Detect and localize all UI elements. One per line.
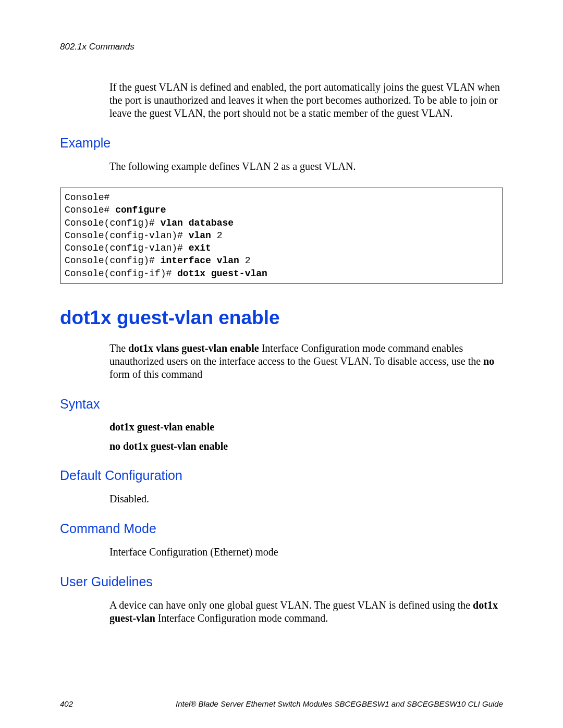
page-footer: 402 Intel® Blade Server Ethernet Switch … <box>60 699 503 708</box>
code-example-box: Console# Console# configure Console(conf… <box>60 188 503 283</box>
heading-user-guidelines: User Guidelines <box>60 574 503 589</box>
footer-title: Intel® Blade Server Ethernet Switch Modu… <box>176 699 503 708</box>
code-line: Console# configure <box>65 204 498 216</box>
intro-paragraph: If the guest VLAN is defined and enabled… <box>109 81 503 120</box>
default-config-text: Disabled. <box>109 492 503 505</box>
syntax-block: dot1x guest-vlan enable no dot1x guest-v… <box>109 421 503 452</box>
heading-syntax: Syntax <box>60 397 503 412</box>
page-number: 402 <box>60 699 73 708</box>
heading-command-title: dot1x guest-vlan enable <box>60 307 503 329</box>
code-line: Console(config-vlan)# exit <box>65 242 498 254</box>
code-line: Console(config-if)# dot1x guest-vlan <box>65 267 498 280</box>
running-header: 802.1x Commands <box>60 42 503 52</box>
page: 802.1x Commands If the guest VLAN is def… <box>0 0 563 728</box>
syntax-line: dot1x guest-vlan enable <box>109 421 503 433</box>
code-line: Console# <box>65 191 498 204</box>
heading-default-config: Default Configuration <box>60 468 503 483</box>
example-lead: The following example defines VLAN 2 as … <box>109 160 503 173</box>
heading-example: Example <box>60 135 503 151</box>
code-line: Console(config)# interface vlan 2 <box>65 254 498 267</box>
code-line: Console(config-vlan)# vlan 2 <box>65 229 498 242</box>
syntax-line: no dot1x guest-vlan enable <box>109 440 503 452</box>
command-description: The dot1x vlans guest-vlan enable Interf… <box>109 342 503 381</box>
code-line: Console(config)# vlan database <box>65 217 498 229</box>
user-guidelines-text: A device can have only one global guest … <box>109 599 503 625</box>
heading-command-mode: Command Mode <box>60 521 503 536</box>
command-mode-text: Interface Configuration (Ethernet) mode <box>109 546 503 559</box>
